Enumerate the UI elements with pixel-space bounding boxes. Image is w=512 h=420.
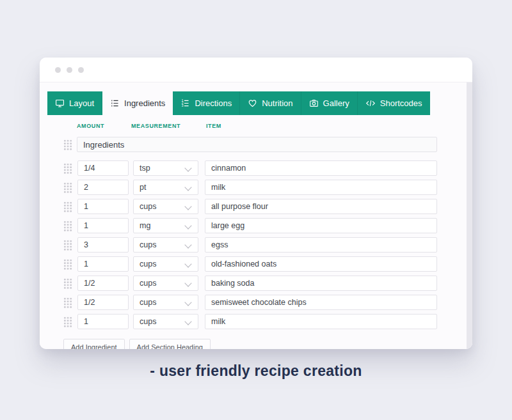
- column-header-measurement: MEASUREMENT: [131, 123, 180, 129]
- tab-bar: LayoutIngredients123DirectionsNutritionG…: [47, 91, 430, 115]
- measurement-select[interactable]: tsp: [133, 160, 198, 176]
- measurement-select[interactable]: cups: [133, 314, 198, 329]
- list-icon: [110, 98, 120, 108]
- chevron-down-icon: [184, 222, 191, 229]
- tab-label: Layout: [69, 98, 94, 108]
- measurement-value: mg: [140, 219, 150, 233]
- ingredient-row: cups: [40, 295, 472, 310]
- item-input[interactable]: [205, 160, 437, 176]
- item-input[interactable]: [205, 276, 437, 291]
- tab-ingredients[interactable]: Ingredients: [102, 91, 173, 115]
- tab-label: Nutrition: [262, 98, 292, 108]
- chevron-down-icon: [184, 299, 191, 306]
- measurement-value: cups: [140, 199, 156, 214]
- drag-handle-icon[interactable]: [63, 163, 72, 174]
- amount-input[interactable]: [77, 199, 129, 214]
- ingredient-row: cups: [40, 199, 472, 214]
- measurement-select[interactable]: cups: [133, 199, 198, 214]
- ingredient-row: cups: [40, 256, 472, 272]
- ingredient-row: pt: [40, 180, 472, 195]
- drag-handle-icon[interactable]: [63, 240, 72, 251]
- tab-label: Ingredients: [124, 98, 165, 108]
- heart-icon: [248, 98, 257, 108]
- measurement-value: cups: [140, 238, 156, 252]
- item-input[interactable]: [205, 295, 437, 310]
- item-input[interactable]: [205, 237, 437, 253]
- scrollbar[interactable]: [467, 82, 472, 349]
- measurement-select[interactable]: mg: [133, 218, 198, 233]
- column-header-item: ITEM: [206, 123, 221, 129]
- section-heading-input[interactable]: [77, 137, 437, 152]
- chevron-down-icon: [184, 260, 191, 267]
- chevron-down-icon: [184, 279, 191, 286]
- tab-shortcodes[interactable]: Shortcodes: [358, 91, 430, 115]
- amount-input[interactable]: [77, 180, 129, 195]
- tab-label: Gallery: [323, 98, 349, 108]
- chevron-down-icon: [184, 318, 191, 325]
- window-dot: [55, 67, 61, 73]
- measurement-value: cups: [140, 315, 156, 329]
- code-icon: [365, 98, 376, 108]
- drag-handle-icon[interactable]: [63, 182, 72, 193]
- drag-handle-icon[interactable]: [63, 259, 72, 270]
- measurement-select[interactable]: cups: [133, 276, 198, 291]
- ingredient-row: cups: [40, 237, 472, 253]
- amount-input[interactable]: [77, 276, 129, 291]
- amount-input[interactable]: [77, 218, 129, 233]
- browser-window: LayoutIngredients123DirectionsNutritionG…: [40, 58, 472, 349]
- svg-text:3: 3: [182, 104, 184, 107]
- drag-handle-icon[interactable]: [63, 201, 72, 212]
- amount-input[interactable]: [77, 237, 129, 253]
- add-ingredient-button[interactable]: Add Ingredient: [63, 339, 125, 349]
- section-heading-row: [40, 137, 472, 152]
- tab-layout[interactable]: Layout: [47, 91, 102, 115]
- tab-nutrition[interactable]: Nutrition: [240, 91, 301, 115]
- drag-handle-icon[interactable]: [63, 316, 72, 327]
- amount-input[interactable]: [77, 314, 129, 329]
- ingredient-row: mg: [40, 218, 472, 233]
- window-titlebar: [40, 58, 472, 82]
- chevron-down-icon: [184, 241, 191, 248]
- window-dot: [67, 67, 72, 73]
- amount-input[interactable]: [77, 295, 129, 310]
- chevron-down-icon: [184, 183, 191, 191]
- item-input[interactable]: [205, 314, 437, 329]
- measurement-select[interactable]: pt: [133, 180, 198, 195]
- measurement-value: cups: [140, 257, 156, 271]
- window-dot: [78, 67, 84, 73]
- add-section-heading-button[interactable]: Add Section Heading: [129, 339, 211, 349]
- drag-handle-icon[interactable]: [63, 278, 72, 289]
- item-input[interactable]: [205, 199, 437, 214]
- drag-handle-icon[interactable]: [63, 221, 72, 231]
- column-header-amount: AMOUNT: [77, 123, 104, 129]
- measurement-value: tsp: [140, 161, 150, 175]
- measurement-select[interactable]: cups: [133, 237, 198, 253]
- amount-input[interactable]: [77, 256, 129, 272]
- tab-directions[interactable]: 123Directions: [173, 91, 240, 115]
- ordered-list-icon: 123: [180, 98, 190, 108]
- ingredient-row: cups: [40, 276, 472, 291]
- monitor-icon: [55, 98, 65, 108]
- tab-label: Directions: [195, 98, 232, 108]
- ingredient-row: cups: [40, 314, 472, 329]
- measurement-select[interactable]: cups: [133, 256, 198, 272]
- ingredient-row: tsp: [40, 160, 472, 176]
- drag-handle-icon[interactable]: [63, 139, 72, 150]
- footer-buttons: Add Ingredient Add Section Heading: [63, 339, 211, 349]
- caption-text: - user friendly recipe creation: [0, 362, 512, 380]
- measurement-value: cups: [140, 276, 156, 290]
- measurement-value: pt: [140, 180, 146, 194]
- page: LayoutIngredients123DirectionsNutritionG…: [0, 0, 512, 420]
- chevron-down-icon: [184, 164, 191, 171]
- camera-icon: [309, 98, 319, 108]
- measurement-value: cups: [140, 295, 156, 309]
- item-input[interactable]: [205, 218, 437, 233]
- item-input[interactable]: [205, 256, 437, 272]
- item-input[interactable]: [205, 180, 437, 195]
- drag-handle-icon[interactable]: [63, 297, 72, 308]
- chevron-down-icon: [184, 203, 191, 210]
- amount-input[interactable]: [77, 160, 129, 176]
- measurement-select[interactable]: cups: [133, 295, 198, 310]
- tab-gallery[interactable]: Gallery: [301, 91, 358, 115]
- ingredient-rows: tspptcupsmgcupscupscupscupscups: [40, 160, 472, 333]
